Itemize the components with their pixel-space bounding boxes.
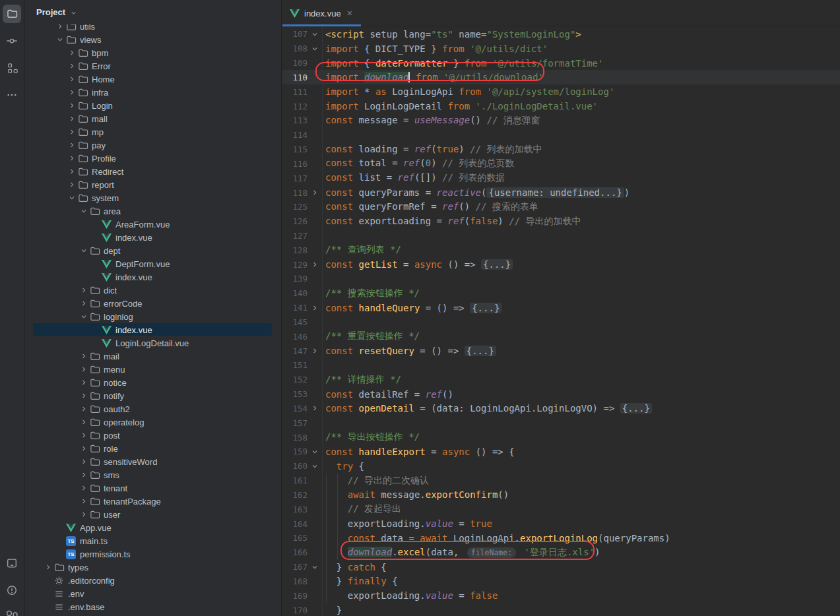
code-line-109[interactable]: 109import { dateFormatter } from '@/util…	[282, 56, 840, 71]
chevron-right-icon[interactable]	[42, 563, 54, 571]
code-line-167[interactable]: 167 } catch {	[282, 560, 840, 574]
code-line-108[interactable]: 108import { DICT_TYPE } from '@/utils/di…	[282, 42, 840, 56]
tree-item-home[interactable]: Home	[25, 73, 280, 86]
tree-item-areaform-vue[interactable]: AreaForm.vue	[25, 218, 280, 231]
code-line-127[interactable]: 127	[282, 229, 840, 243]
code-line-170[interactable]: 170 }	[282, 603, 840, 616]
code-line-113[interactable]: 113const message = useMessage() // 消息弹窗	[282, 113, 840, 128]
code-line-153[interactable]: 153const detailRef = ref()	[282, 387, 840, 402]
fold-toggle-open[interactable]	[307, 448, 322, 456]
problems-tool-button[interactable]	[3, 581, 21, 600]
tree-item-redirect[interactable]: Redirect	[25, 165, 280, 178]
chevron-right-icon[interactable]	[65, 128, 78, 136]
structure-tool-button[interactable]	[3, 59, 21, 77]
tree-item-index-vue[interactable]: index.vue	[25, 231, 280, 244]
tree-item-profile[interactable]: Profile	[25, 152, 280, 165]
chevron-right-icon[interactable]	[65, 115, 78, 123]
code-line-160[interactable]: 160 try {	[282, 459, 840, 474]
tree-item-views[interactable]: views	[25, 33, 280, 46]
tree-item-deptform-vue[interactable]: DeptForm.vue	[25, 257, 280, 270]
folded-region[interactable]: {username: undefined...}	[486, 187, 624, 198]
chevron-right-icon[interactable]	[77, 510, 90, 518]
chevron-down-icon[interactable]	[65, 194, 78, 202]
chevron-right-icon[interactable]	[77, 484, 90, 492]
code-line-154[interactable]: 154const openDetail = (data: LoginLogApi…	[282, 402, 840, 416]
tree-item-pay[interactable]: pay	[25, 139, 280, 152]
tree-item-types[interactable]: types	[25, 561, 280, 574]
chevron-right-icon[interactable]	[65, 49, 78, 57]
chevron-right-icon[interactable]	[77, 286, 90, 294]
chevron-right-icon[interactable]	[53, 24, 66, 30]
tree-item-mall[interactable]: mall	[25, 112, 280, 125]
terminal-tool-button[interactable]	[3, 554, 21, 572]
code-viewport[interactable]: 107<script setup lang="ts" name="SystemL…	[282, 27, 840, 616]
code-line-152[interactable]: 152/** 详情操作 */	[282, 373, 840, 387]
tree-item-index-vue[interactable]: index.vue	[25, 270, 280, 284]
tree-item-role[interactable]: role	[25, 442, 280, 455]
chevron-right-icon[interactable]	[65, 154, 78, 162]
chevron-right-icon[interactable]	[77, 299, 90, 307]
tree-item-mp[interactable]: mp	[25, 125, 280, 139]
tree-item-error[interactable]: Error	[25, 59, 280, 73]
tree-item-report[interactable]: report	[25, 178, 280, 191]
services-tool-button[interactable]	[3, 608, 21, 616]
code-line-141[interactable]: 141const handleQuery = () => {...}	[282, 301, 840, 315]
project-panel-header[interactable]: Project	[25, 0, 281, 24]
tree-item-post[interactable]: post	[25, 429, 280, 442]
code-line-145[interactable]: 145	[282, 315, 840, 330]
tree-item-permission-ts[interactable]: TSpermission.ts	[25, 547, 280, 561]
tree-item--env-base[interactable]: .env.base	[25, 600, 280, 613]
tree-item-infra[interactable]: infra	[25, 86, 280, 99]
fold-toggle-open[interactable]	[307, 563, 322, 571]
chevron-right-icon[interactable]	[65, 102, 78, 109]
project-tool-button[interactable]	[3, 5, 21, 23]
chevron-down-icon[interactable]	[77, 207, 90, 215]
code-line-114[interactable]: 114	[282, 128, 840, 142]
code-line-163[interactable]: 163 // 发起导出	[282, 502, 840, 516]
fold-toggle-closed[interactable]	[307, 304, 322, 312]
code-line-165[interactable]: 165 const data = await LoginLogApi.expor…	[282, 531, 840, 545]
code-line-161[interactable]: 161 // 导出的二次确认	[282, 474, 840, 488]
tree-item-oauth2[interactable]: oauth2	[25, 402, 280, 416]
tree-item-loginlog[interactable]: loginlog	[25, 310, 280, 323]
chevron-right-icon[interactable]	[77, 365, 90, 373]
chevron-right-icon[interactable]	[77, 458, 90, 466]
code-line-110[interactable]: 110import download from '@/utils/downloa…	[282, 70, 840, 84]
tree-item-sensitiveword[interactable]: sensitiveWord	[25, 455, 280, 468]
tree-item-errorcode[interactable]: errorCode	[25, 297, 280, 310]
tree-item-utils[interactable]: utils	[25, 24, 280, 33]
code-line-118[interactable]: 118const queryParams = reactive({usernam…	[282, 185, 840, 200]
code-line-162[interactable]: 162 await message.exportConfirm()	[282, 488, 840, 503]
tree-item--editorconfig[interactable]: .editorconfig	[25, 574, 280, 587]
tree-item-loginlogdetail-vue[interactable]: LoginLogDetail.vue	[25, 336, 280, 350]
tab-index-vue[interactable]: index.vue ×	[282, 0, 361, 26]
tree-item-dept[interactable]: dept	[25, 244, 280, 257]
tree-item-area[interactable]: area	[25, 204, 280, 218]
tab-close-icon[interactable]: ×	[347, 9, 352, 18]
tree-item-notice[interactable]: notice	[25, 376, 280, 389]
tree-item-user[interactable]: user	[25, 508, 280, 521]
folded-region[interactable]: {...}	[465, 346, 496, 356]
chevron-right-icon[interactable]	[65, 62, 78, 70]
code-line-115[interactable]: 115const loading = ref(true) // 列表的加载中	[282, 142, 840, 157]
code-line-107[interactable]: 107<script setup lang="ts" name="SystemL…	[282, 27, 840, 42]
tree-item-dict[interactable]: dict	[25, 284, 280, 297]
code-line-159[interactable]: 159const handleExport = async () => {	[282, 445, 840, 459]
fold-toggle-open[interactable]	[307, 45, 322, 53]
commit-tool-button[interactable]	[3, 32, 21, 50]
code-line-126[interactable]: 126const exportLoading = ref(false) // 导…	[282, 214, 840, 229]
code-line-139[interactable]: 139	[282, 272, 840, 286]
code-line-157[interactable]: 157	[282, 416, 840, 430]
fold-toggle-open[interactable]	[307, 462, 322, 470]
tree-item-system[interactable]: system	[25, 191, 280, 204]
code-line-151[interactable]: 151	[282, 358, 840, 373]
chevron-right-icon[interactable]	[65, 75, 78, 83]
code-line-146[interactable]: 146/** 重置按钮操作 */	[282, 329, 840, 344]
more-tools-button[interactable]	[3, 86, 21, 104]
tree-item-menu[interactable]: menu	[25, 363, 280, 376]
chevron-down-icon[interactable]	[77, 247, 90, 255]
folded-region[interactable]: {...}	[481, 259, 513, 270]
tree-item-tenantpackage[interactable]: tenantPackage	[25, 495, 280, 508]
code-line-166[interactable]: 166 download.excel(data, fileName: '登录日志…	[282, 545, 840, 560]
tree-item-app-vue[interactable]: App.vue	[25, 521, 280, 534]
